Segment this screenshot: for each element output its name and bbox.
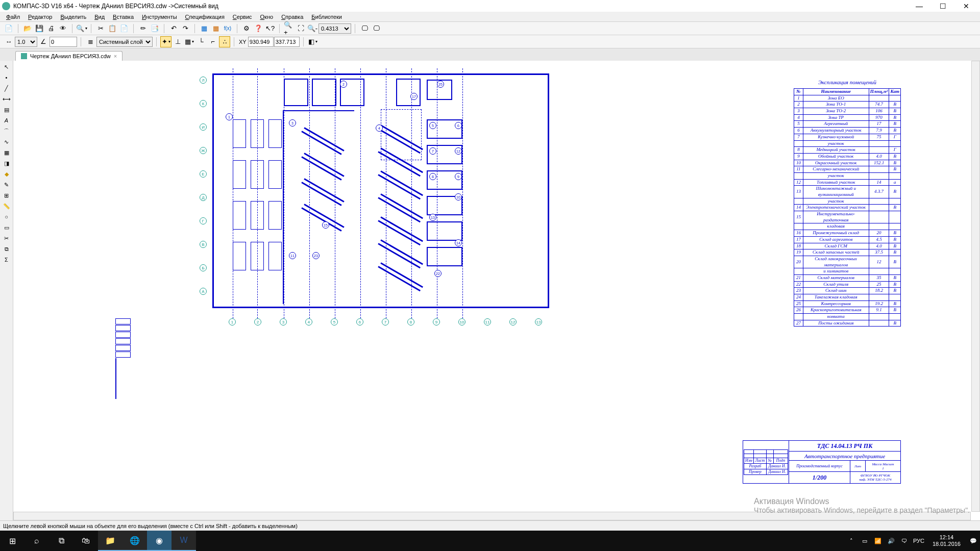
undo-button[interactable]: ↶ bbox=[168, 23, 179, 34]
vertical-scrollbar[interactable] bbox=[971, 61, 980, 512]
start-button[interactable]: ⊞ bbox=[0, 531, 24, 551]
zoom-out-button[interactable]: 🔍- bbox=[307, 23, 318, 34]
tab-close-button[interactable]: × bbox=[114, 53, 117, 59]
zoom-in-button[interactable]: 🔍+ bbox=[283, 23, 295, 34]
refresh-button[interactable]: 🖵 bbox=[359, 23, 370, 34]
properties-button[interactable]: ✏ bbox=[137, 23, 149, 34]
binding-margin bbox=[115, 318, 131, 461]
cut-button[interactable]: ✂ bbox=[95, 23, 106, 34]
param-tool[interactable]: ⊞ bbox=[1, 190, 12, 201]
tray-clock[interactable]: 12:14 18.01.2016 bbox=[928, 534, 965, 547]
attr-tool[interactable]: Σ bbox=[1, 255, 12, 265]
table-row: 2Зона ТО-174.7В bbox=[794, 102, 901, 108]
copy-props-button[interactable]: 📑 bbox=[149, 23, 160, 34]
menu-окно[interactable]: Окно bbox=[256, 13, 278, 21]
extra-button[interactable]: ◧ bbox=[307, 36, 318, 47]
trim-tool[interactable]: ✂ bbox=[1, 233, 12, 243]
copy-button[interactable]: 📋 bbox=[107, 23, 118, 34]
local-cs-button[interactable]: ⛬ bbox=[219, 36, 230, 47]
tray-chevron-icon[interactable]: ˄ bbox=[847, 538, 856, 544]
tray-notifications-icon[interactable]: 💬 bbox=[969, 538, 978, 544]
layer-select[interactable]: Системный слой (0) bbox=[96, 37, 153, 47]
word-button[interactable]: W bbox=[172, 531, 196, 551]
menu-библиотеки[interactable]: Библиотеки bbox=[307, 13, 346, 21]
spline-tool[interactable]: ∿ bbox=[1, 137, 12, 147]
variables-button[interactable]: ⚙ bbox=[241, 23, 252, 34]
zoom-fit-button[interactable]: ⛶ bbox=[295, 23, 306, 34]
dim-tool[interactable]: ⟷ bbox=[1, 94, 12, 104]
menu-инструменты[interactable]: Инструменты bbox=[138, 13, 181, 21]
select-tool[interactable]: ↖ bbox=[1, 62, 12, 72]
save-button[interactable]: 💾 bbox=[34, 23, 45, 34]
open-button[interactable]: 📂 bbox=[22, 23, 33, 34]
library2-button[interactable]: ▦ bbox=[210, 23, 222, 34]
document-tab[interactable]: Чертеж ДАниил ВЕРСИЯ3.cdw × bbox=[15, 51, 122, 61]
minimize-button[interactable]: — bbox=[908, 0, 931, 12]
preview-button[interactable]: 👁 bbox=[57, 23, 68, 34]
zoom-value-select[interactable]: 0.4313 bbox=[318, 23, 351, 34]
view-dropdown[interactable]: 🔍 bbox=[76, 23, 87, 34]
tray-volume-icon[interactable]: 🔊 bbox=[887, 538, 896, 544]
text-tool[interactable]: A bbox=[1, 115, 12, 126]
menu-вид[interactable]: Вид bbox=[90, 13, 109, 21]
step-select[interactable]: 1.0 bbox=[15, 37, 37, 47]
ortho-button[interactable]: └ bbox=[195, 36, 207, 47]
step-icon[interactable]: ↔ bbox=[3, 36, 14, 47]
close-button[interactable]: ✕ bbox=[954, 0, 978, 12]
tray-battery-icon[interactable]: ▭ bbox=[860, 538, 869, 544]
menu-выделить[interactable]: Выделить bbox=[56, 13, 90, 21]
task-view-button[interactable]: ⧉ bbox=[49, 531, 74, 551]
axis-row-marker: Л bbox=[200, 77, 207, 84]
frag-tool[interactable]: ◨ bbox=[1, 158, 12, 168]
tray-language[interactable]: РУС bbox=[913, 538, 924, 544]
search-button[interactable]: ⌕ bbox=[24, 531, 49, 551]
circle-tool[interactable]: ○ bbox=[1, 212, 12, 222]
hatch-tool[interactable]: ▤ bbox=[1, 105, 12, 115]
mirror-tool[interactable]: ⧉ bbox=[1, 244, 12, 254]
tray-notes-icon[interactable]: 🗨 bbox=[900, 538, 909, 544]
coord-x-input[interactable] bbox=[248, 37, 274, 47]
maximize-button[interactable]: ☐ bbox=[931, 0, 954, 12]
table-row: 22Склад утиля25В bbox=[794, 281, 901, 288]
perp-button[interactable]: ⊥ bbox=[172, 36, 183, 47]
round-button[interactable]: ⌐ bbox=[207, 36, 218, 47]
tray-wifi-icon[interactable]: 📶 bbox=[873, 538, 883, 544]
rect-tool[interactable]: ▭ bbox=[1, 222, 12, 233]
layers-icon[interactable]: ≣ bbox=[85, 36, 96, 47]
help-button[interactable]: ❓ bbox=[253, 23, 264, 34]
menu-файл[interactable]: Файл bbox=[2, 13, 24, 21]
grid-button[interactable]: ▦ bbox=[184, 36, 195, 47]
explorer-button[interactable]: 📁 bbox=[98, 531, 122, 551]
menu-редактор[interactable]: Редактор bbox=[24, 13, 56, 21]
arc-tool[interactable]: ⌒ bbox=[1, 126, 12, 136]
coord-y-input[interactable] bbox=[274, 37, 300, 47]
measure-tool[interactable]: 📏 bbox=[1, 201, 12, 211]
menu-спецификация[interactable]: Спецификация bbox=[181, 13, 229, 21]
chrome-button[interactable]: 🌐 bbox=[122, 531, 147, 551]
table-tool[interactable]: ▦ bbox=[1, 147, 12, 158]
fx-button[interactable]: f(x) bbox=[222, 23, 233, 34]
table-row: 14Электротехнический участокВ bbox=[794, 205, 901, 211]
menu-вставка[interactable]: Вставка bbox=[109, 13, 138, 21]
app-icon bbox=[2, 2, 10, 10]
layers-tool[interactable]: ◆ bbox=[1, 169, 12, 179]
table-row: участок bbox=[794, 198, 901, 205]
print-button[interactable]: 🖨 bbox=[45, 23, 57, 34]
angle-icon[interactable]: ∠ bbox=[38, 36, 49, 47]
store-button[interactable]: 🛍 bbox=[74, 531, 98, 551]
menu-справка[interactable]: Справка bbox=[277, 13, 307, 21]
line-tool[interactable]: ╱ bbox=[1, 83, 12, 93]
help-arrow-button[interactable]: ↖? bbox=[264, 23, 276, 34]
point-tool[interactable]: • bbox=[1, 72, 12, 83]
menu-сервис[interactable]: Сервис bbox=[229, 13, 256, 21]
edit-tool[interactable]: ✎ bbox=[1, 180, 12, 190]
library-button[interactable]: ▦ bbox=[199, 23, 210, 34]
angle-input[interactable] bbox=[50, 37, 77, 47]
axis-col-marker: 5 bbox=[331, 318, 338, 325]
snap-button[interactable]: ✦ bbox=[160, 36, 172, 47]
redo-button[interactable]: ↷ bbox=[180, 23, 191, 34]
new-doc-button[interactable]: 📄 bbox=[3, 23, 14, 34]
paste-button[interactable]: 📄 bbox=[118, 23, 130, 34]
orient-button[interactable]: 🖵 bbox=[371, 23, 382, 34]
kompas-button[interactable]: ◉ bbox=[147, 531, 172, 551]
